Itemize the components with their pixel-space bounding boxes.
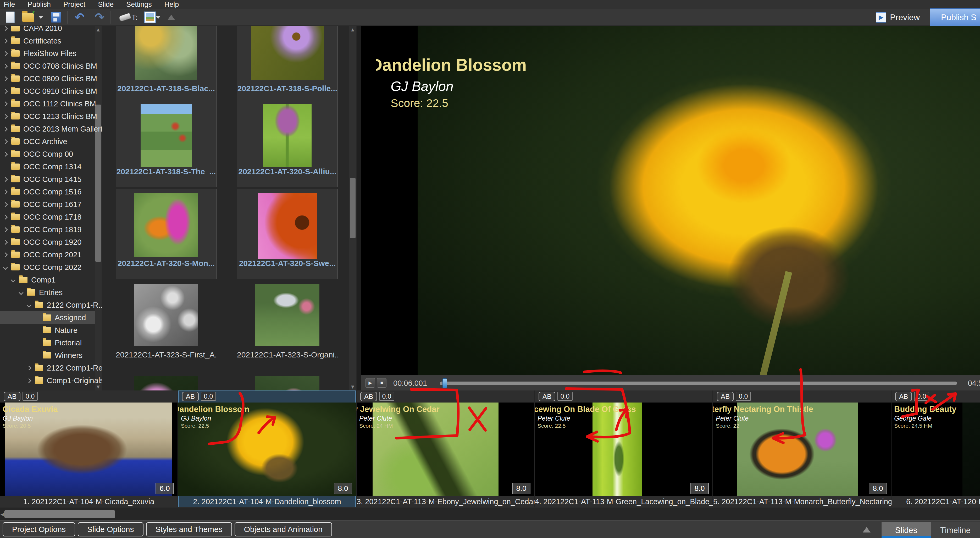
tree-item-flexishow-files[interactable]: FlexiShow Files — [0, 47, 95, 60]
tree-item-occ-comp-2021[interactable]: OCC Comp 2021 — [0, 248, 95, 261]
tree-item-occ-2013-mem-gallerie[interactable]: OCC 2013 Mem Gallerie — [0, 123, 95, 135]
browser-thumbnail-cell[interactable]: 202122C1-AT-318-S-Polle... — [237, 26, 338, 104]
transition-duration-badge[interactable]: 0.0 — [914, 392, 929, 401]
ab-transition-badge[interactable]: AB — [4, 392, 21, 401]
open-project-button[interactable] — [21, 9, 36, 26]
chevron-icon[interactable] — [11, 278, 16, 282]
tab-timeline[interactable]: Timeline — [931, 522, 980, 538]
tree-item-occ-comp-1819[interactable]: OCC Comp 1819 — [0, 223, 95, 236]
objects-and-animation-button[interactable]: Objects and Animation — [235, 522, 332, 536]
thumbnail-image[interactable] — [251, 26, 324, 80]
transition-duration-badge[interactable]: 0.0 — [379, 392, 394, 401]
tree-item-capa-2010[interactable]: CAPA 2010 — [0, 26, 95, 35]
save-button[interactable] — [49, 9, 63, 26]
tree-item-comp1[interactable]: Comp1 — [0, 274, 95, 286]
slide-cell[interactable]: AB 0.0 Dandelion Blossom GJ Baylon Score… — [178, 391, 356, 507]
seek-slider[interactable] — [440, 382, 957, 385]
ab-transition-badge[interactable]: AB — [539, 392, 555, 401]
transition-duration-badge[interactable]: 0.0 — [201, 392, 216, 401]
thumbnail-image[interactable] — [134, 376, 198, 391]
tree-item-occ-archive[interactable]: OCC Archive — [0, 135, 95, 148]
slide-cell[interactable]: AB 0.0 Budding Beauty George Gale Score:… — [891, 391, 980, 507]
tree-item-occ-comp-1516[interactable]: OCC Comp 1516 — [0, 185, 95, 198]
horizontal-scrollbar[interactable]: ◂ — [0, 508, 980, 520]
transition-duration-badge[interactable]: 0.0 — [736, 392, 751, 401]
thumbnail-image[interactable] — [134, 193, 198, 257]
chevron-icon[interactable] — [3, 190, 8, 194]
slide-image[interactable]: Green Lacewing On Blade Of Grass Peter C… — [535, 402, 713, 496]
thumbnail-image[interactable] — [263, 101, 312, 167]
chevron-icon[interactable] — [27, 378, 31, 383]
thumbnail-image[interactable] — [255, 376, 320, 391]
chevron-icon[interactable] — [27, 303, 31, 307]
image-tool-dropdown[interactable] — [154, 9, 162, 26]
transition-duration-badge[interactable]: 0.0 — [22, 392, 38, 401]
chevron-icon[interactable] — [3, 114, 8, 119]
chevron-icon[interactable] — [3, 64, 8, 69]
menu-project[interactable]: Project — [57, 0, 92, 9]
chevron-icon[interactable] — [3, 101, 8, 106]
tree-item-occ-comp-1314[interactable]: OCC Comp 1314 — [0, 160, 95, 173]
tree-item-pictorial[interactable]: Pictorial — [0, 337, 95, 349]
ab-transition-badge[interactable]: AB — [360, 392, 377, 401]
tree-item-occ-0708-clinics-bm[interactable]: OCC 0708 Clinics BM — [0, 60, 95, 72]
slide-image[interactable]: Cicada Exuvia GJ Baylon Score: 20.5 6.0 — [0, 402, 178, 496]
chevron-icon[interactable] — [3, 240, 8, 244]
browser-thumbnail-cell[interactable]: 202122C1-AT-323-S-Organi... — [237, 281, 338, 371]
thumbnail-image[interactable] — [141, 101, 192, 167]
scroll-up-icon[interactable]: ▲ — [349, 26, 356, 33]
tree-item-entries[interactable]: Entries — [0, 286, 95, 299]
thumbnail-image[interactable] — [135, 26, 197, 80]
tree-item-occ-0809-clinics-bm[interactable]: OCC 0809 Clinics BM — [0, 72, 95, 85]
chevron-icon[interactable] — [3, 215, 8, 219]
chevron-icon[interactable] — [3, 265, 8, 270]
chevron-icon[interactable] — [3, 202, 8, 207]
styles-and-themes-button[interactable]: Styles and Themes — [146, 522, 232, 536]
tree-item-occ-comp-1718[interactable]: OCC Comp 1718 — [0, 211, 95, 223]
slide-cell[interactable]: AB 0.0 Green Lacewing On Blade Of Grass … — [535, 391, 713, 507]
chevron-icon[interactable] — [3, 177, 8, 182]
tree-item-assigned[interactable]: Assigned — [0, 311, 95, 324]
chevron-icon[interactable] — [27, 366, 31, 370]
thumbnail-image[interactable] — [134, 284, 198, 346]
slide-cell[interactable]: AB 0.0 Monarch Butterfly Nectaring On Th… — [713, 391, 891, 507]
chevron-icon[interactable] — [3, 139, 8, 144]
tree-item-occ-comp-1415[interactable]: OCC Comp 1415 — [0, 173, 95, 185]
preview-button[interactable]: ▶ Preview — [876, 11, 920, 24]
play-button[interactable]: ▶ — [366, 378, 375, 388]
chevron-icon[interactable] — [3, 252, 8, 257]
slide-duration-badge[interactable]: 6.0 — [156, 483, 174, 494]
tree-item-certificates[interactable]: Certificates — [0, 35, 95, 47]
slide-image[interactable]: Ebony Jewelwing On Cedar Peter Clute Sco… — [356, 402, 534, 496]
tree-item-occ-0910-clinics-bm[interactable]: OCC 0910 Clinics BM — [0, 85, 95, 97]
chevron-icon[interactable] — [3, 26, 8, 31]
collapse-panel-icon[interactable] — [863, 527, 870, 533]
chevron-icon[interactable] — [3, 89, 8, 94]
browser-thumbnail-cell[interactable]: 202122C1-AT-318-S-Blac... — [116, 26, 216, 104]
ab-transition-badge[interactable]: AB — [717, 392, 733, 401]
browser-thumbnail-cell[interactable]: 202122C1-AT-320-S-Swe... — [237, 189, 338, 279]
chevron-icon[interactable] — [3, 126, 8, 131]
tree-item-occ-1112-clinics-bm[interactable]: OCC 1112 Clinics BM — [0, 97, 95, 110]
slide-cell[interactable]: AB 0.0 Ebony Jewelwing On Cedar Peter Cl… — [356, 391, 534, 507]
slide-duration-badge[interactable]: 8.0 — [869, 483, 887, 494]
scroll-left-icon[interactable]: ◂ — [0, 511, 4, 518]
scroll-up-icon[interactable]: ▲ — [95, 26, 102, 33]
horizontal-scrollbar-thumb[interactable] — [4, 510, 115, 518]
chevron-icon[interactable] — [3, 51, 8, 56]
seek-handle[interactable] — [442, 378, 447, 388]
slide-duration-badge[interactable]: 8.0 — [334, 483, 352, 494]
slide-image[interactable]: Budding Beauty George Gale Score: 24.5 H… — [891, 402, 980, 496]
browser-thumbnail-cell[interactable]: 202122C1-AT-318-S-The_... — [116, 97, 216, 187]
project-options-button[interactable]: Project Options — [3, 522, 75, 536]
slide-image[interactable]: Monarch Butterfly Nectaring On Thistle P… — [713, 402, 891, 496]
slide-options-button[interactable]: Slide Options — [78, 522, 143, 536]
browser-thumbnail-cell[interactable] — [237, 372, 338, 391]
thumbnail-image[interactable] — [258, 193, 317, 259]
tree-item-occ-comp-1617[interactable]: OCC Comp 1617 — [0, 198, 95, 211]
tree-item-2122-comp1-r-[interactable]: 2122 Comp1-R... — [0, 299, 95, 311]
tree-item-occ-comp-00[interactable]: OCC Comp 00 — [0, 148, 95, 160]
browser-thumbnail-cell[interactable]: 202122C1-AT-320-S-Mon... — [116, 189, 216, 279]
transition-duration-badge[interactable]: 0.0 — [557, 392, 573, 401]
slide-duration-badge[interactable]: 8.0 — [690, 483, 709, 494]
